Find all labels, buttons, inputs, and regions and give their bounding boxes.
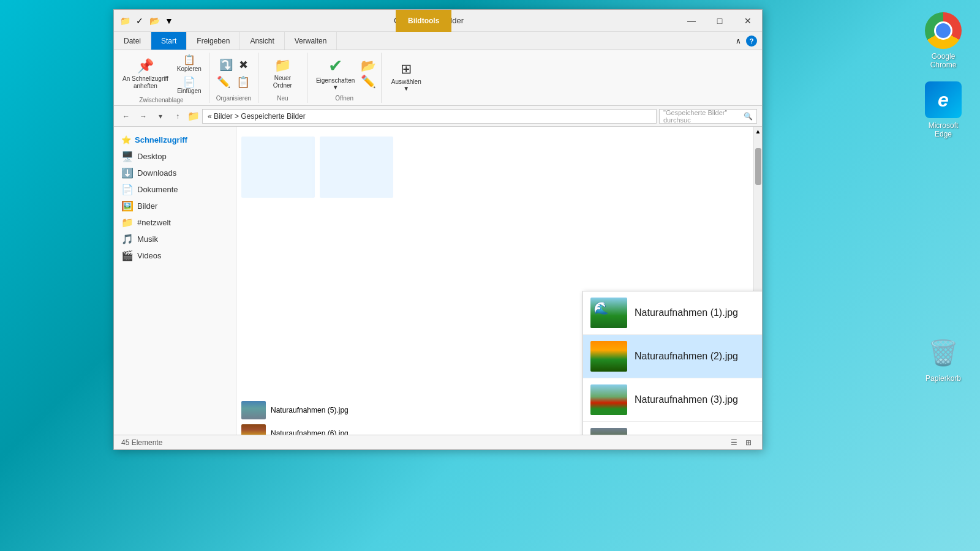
properties-label: Eigenschaften▼: [316, 77, 355, 91]
open-icon[interactable]: 📂: [361, 58, 376, 73]
ac-thumb-4: [590, 428, 627, 435]
breadcrumb[interactable]: « Bilder > Gespeicherte Bilder: [202, 109, 657, 124]
tab-start[interactable]: Start: [151, 32, 187, 50]
breadcrumb-text: « Bilder > Gespeicherte Bilder: [208, 112, 306, 121]
bildtools-tab[interactable]: Bildtools: [396, 10, 451, 32]
sidebar-item-desktop[interactable]: 🖥️ Desktop: [114, 148, 236, 165]
ribbon-group-org-items: ⤵️ ✖ ✏️ 📋: [214, 53, 252, 95]
rename-button[interactable]: ✏️: [214, 74, 233, 90]
help-icon[interactable]: ?: [746, 36, 757, 47]
desktop-icon-edge[interactable]: e Microsoft Edge: [919, 81, 968, 138]
delete-icon: ✖: [239, 58, 248, 72]
bilder-label: Bilder: [137, 201, 157, 211]
org-icon2: 📋: [236, 75, 250, 89]
check-icon[interactable]: ✓: [134, 15, 146, 27]
new-folder-button[interactable]: 📁 NeuerOrdner: [268, 55, 297, 92]
folder-breadcrumb-icon: 📁: [187, 110, 200, 122]
sidebar: ⭐ Schnellzugriff 🖥️ Desktop ⬇️ Downloads…: [114, 127, 236, 435]
desktop-icon-chrome[interactable]: Google Chrome: [919, 12, 968, 69]
up-button[interactable]: ↑: [170, 109, 185, 124]
ribbon-group-neu: 📁 NeuerOrdner Neu: [258, 53, 307, 103]
ribbon-collapse-icon[interactable]: ∧: [736, 37, 741, 45]
tab-freigeben[interactable]: Freigeben: [187, 32, 240, 50]
list-view-button[interactable]: ☰: [728, 437, 740, 449]
sidebar-item-musik[interactable]: 🎵 Musik: [114, 231, 236, 247]
ac-thumb-2: [590, 341, 627, 372]
file-thumb-6: [241, 424, 266, 435]
autocomplete-item-1[interactable]: Naturaufnahmen (1).jpg: [583, 291, 762, 335]
background-files: [236, 132, 762, 203]
desktop: Google Chrome e Microsoft Edge 🗑️ Papier…: [0, 0, 980, 551]
edit-icon[interactable]: ✏️: [361, 74, 376, 89]
close-button[interactable]: ✕: [734, 10, 762, 32]
musik-label: Musik: [137, 234, 158, 244]
move-button[interactable]: ⤵️: [217, 57, 235, 73]
bg-file-item: [241, 137, 315, 198]
qat-dropdown-icon[interactable]: ▼: [163, 15, 175, 27]
musik-sidebar-icon: 🎵: [121, 233, 134, 245]
autocomplete-item-2[interactable]: Naturaufnahmen (2).jpg: [583, 335, 762, 378]
thumbnail-view-button[interactable]: ⊞: [742, 437, 755, 449]
status-count: 45 Elemente: [121, 438, 162, 447]
schnellzugriff-label: Schnellzugriff: [135, 135, 187, 144]
forward-button[interactable]: →: [136, 109, 151, 124]
ac-thumb-1: [590, 298, 627, 328]
pin-button[interactable]: 📌 An Schnellzugriffanheften: [119, 56, 172, 92]
properties-icon: ✔: [328, 56, 342, 76]
videos-sidebar-icon: 🎬: [121, 250, 134, 261]
recent-button[interactable]: ▾: [153, 109, 168, 124]
papierkorb-label: Papierkorb: [925, 374, 961, 383]
properties-button[interactable]: ✔ Eigenschaften▼: [312, 53, 358, 93]
autocomplete-item-3[interactable]: Naturaufnahmen (3).jpg: [583, 378, 762, 422]
ac-thumb-3: [590, 384, 627, 415]
star-icon: ⭐: [121, 135, 131, 144]
select-button[interactable]: ⊞ Auswählen▼: [388, 59, 425, 94]
move-icon: ⤵️: [219, 58, 233, 72]
ribbon-group-auswaehlen-items: ⊞ Auswählen▼: [388, 53, 425, 102]
folder-icon[interactable]: 📁: [119, 15, 131, 27]
dokumente-sidebar-icon: 📄: [121, 184, 134, 195]
maximize-button[interactable]: □: [706, 10, 734, 32]
paste-button[interactable]: 📄 Einfügen: [175, 75, 204, 96]
status-bar: 45 Elemente ☰ ⊞: [114, 435, 762, 449]
group-label-zwischenablage: Zwischenablage: [139, 97, 183, 105]
explorer-window: 📁 ✓ 📂 ▼ Gespeicherte Bilder Bildtools — …: [113, 9, 763, 450]
group-label-oeffnen: Öffnen: [335, 95, 353, 103]
navigation-bar: ← → ▾ ↑ 📁 « Bilder > Gespeicherte Bilder…: [114, 106, 762, 127]
sidebar-item-dokumente[interactable]: 📄 Dokumente: [114, 181, 236, 198]
sidebar-item-bilder[interactable]: 🖼️ Bilder: [114, 198, 236, 214]
new-folder-icon: 📁: [274, 58, 291, 73]
netzwelt-label: #netzwelt: [137, 218, 171, 227]
sidebar-header-schnellzugriff[interactable]: ⭐ Schnellzugriff: [114, 132, 236, 148]
chrome-label: Google Chrome: [919, 52, 968, 69]
desktop-sidebar-icon: 🖥️: [121, 151, 134, 162]
sidebar-item-downloads[interactable]: ⬇️ Downloads: [114, 165, 236, 181]
desktop-icon-papierkorb[interactable]: 🗑️ Papierkorb: [919, 334, 968, 383]
tab-datei[interactable]: Datei: [114, 32, 151, 50]
scroll-up-arrow[interactable]: ▲: [754, 127, 762, 136]
search-placeholder: "Gespeicherte Bilder" durchsuc: [663, 109, 741, 124]
ribbon-group-oeffnen-items: ✔ Eigenschaften▼ 📂 ✏️: [312, 53, 376, 95]
pin-label: An Schnellzugriffanheften: [123, 75, 168, 90]
title-bar: 📁 ✓ 📂 ▼ Gespeicherte Bilder Bildtools — …: [114, 10, 762, 32]
bildtools-label: Bildtools: [408, 17, 439, 25]
tab-verwalten[interactable]: Verwalten: [285, 32, 337, 50]
minimize-button[interactable]: —: [677, 10, 706, 32]
quick-access-toolbar: 📁 ✓ 📂 ▼: [114, 15, 180, 27]
dokumente-label: Dokumente: [137, 185, 178, 194]
back-button[interactable]: ←: [119, 109, 134, 124]
ribbon-group-organisieren: ⤵️ ✖ ✏️ 📋: [209, 53, 258, 103]
copy-button[interactable]: 📋 Kopieren: [175, 53, 204, 73]
sidebar-item-netzwelt[interactable]: 📁 #netzwelt: [114, 214, 236, 231]
ribbon-group-zwischenablage: 📌 An Schnellzugriffanheften 📋 Kopieren 📄…: [114, 53, 209, 103]
search-box[interactable]: "Gespeicherte Bilder" durchsuc 🔍: [659, 109, 757, 124]
sidebar-item-videos[interactable]: 🎬 Videos: [114, 247, 236, 264]
delete-button[interactable]: ✖: [236, 57, 251, 73]
status-bar-right: ☰ ⊞: [728, 437, 755, 449]
qat-folder-icon[interactable]: 📂: [148, 15, 160, 27]
org-btn2[interactable]: 📋: [234, 74, 252, 90]
tab-ansicht[interactable]: Ansicht: [240, 32, 284, 50]
scrollbar-thumb[interactable]: [755, 148, 761, 185]
autocomplete-item-4[interactable]: Naturaufnahmen (4).jpg: [583, 422, 762, 435]
rename-icon: ✏️: [217, 75, 230, 89]
